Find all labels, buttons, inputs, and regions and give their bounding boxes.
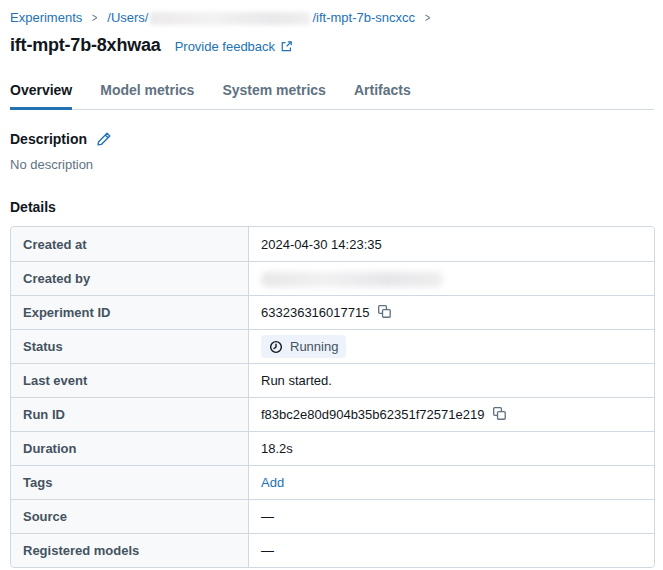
detail-value-cell: Running <box>249 329 654 363</box>
copy-button[interactable] <box>492 406 507 424</box>
tab-overview[interactable]: Overview <box>10 76 72 110</box>
breadcrumb-path-suffix: /ift-mpt-7b-sncxcc <box>312 9 415 27</box>
detail-value: 18.2s <box>261 441 293 456</box>
detail-value-cell <box>249 261 654 295</box>
table-row: Last eventRun started. <box>11 363 654 397</box>
detail-label: Tags <box>11 465 249 499</box>
table-row: Run IDf83bc2e80d904b35b62351f72571e219 <box>11 397 654 431</box>
page-title: ift-mpt-7b-8xhwaa <box>10 35 161 56</box>
tab-bar: OverviewModel metricsSystem metricsArtif… <box>10 76 654 110</box>
table-row: Created by <box>11 261 654 295</box>
detail-label: Status <box>11 329 249 363</box>
detail-label: Last event <box>11 363 249 397</box>
detail-label: Created by <box>11 261 249 295</box>
detail-value-cell: — <box>249 533 654 567</box>
external-link-icon <box>280 40 293 53</box>
detail-value-cell: 18.2s <box>249 431 654 465</box>
breadcrumb-experiments-link[interactable]: Experiments <box>10 9 82 27</box>
breadcrumb-path-prefix: /Users/ <box>107 9 148 27</box>
copy-icon <box>492 406 507 421</box>
provide-feedback-link[interactable]: Provide feedback <box>175 39 293 54</box>
description-heading: Description <box>10 131 87 147</box>
detail-label: Duration <box>11 431 249 465</box>
detail-value: 2024-04-30 14:23:35 <box>261 237 382 252</box>
clock-icon <box>269 340 283 354</box>
tab-artifacts[interactable]: Artifacts <box>354 76 411 110</box>
edit-description-button[interactable] <box>96 131 112 147</box>
breadcrumb-experiment-path-link[interactable]: /Users/ /ift-mpt-7b-sncxcc <box>107 9 415 27</box>
table-row: Source— <box>11 499 654 533</box>
detail-label: Source <box>11 499 249 533</box>
detail-value-cell: 633236316017715 <box>249 295 654 329</box>
edit-pencil-icon <box>96 131 112 147</box>
status-badge: Running <box>261 335 346 358</box>
detail-value: — <box>261 543 274 558</box>
details-table-body: Created at2024-04-30 14:23:35Created byE… <box>11 227 654 567</box>
tags-add-link[interactable]: Add <box>261 475 284 490</box>
table-row: StatusRunning <box>11 329 654 363</box>
details-heading: Details <box>10 199 654 215</box>
copy-button[interactable] <box>377 304 392 322</box>
detail-label: Run ID <box>11 397 249 431</box>
detail-value-cell: 2024-04-30 14:23:35 <box>249 227 654 261</box>
status-text: Running <box>290 339 338 354</box>
table-row: Registered models— <box>11 533 654 567</box>
breadcrumb-separator: > <box>425 9 430 27</box>
detail-value-cell: Run started. <box>249 363 654 397</box>
detail-value-cell: Add <box>249 465 654 499</box>
no-description-text: No description <box>10 157 654 172</box>
detail-value: Run started. <box>261 373 332 388</box>
detail-value: 633236316017715 <box>261 305 369 320</box>
table-row: Created at2024-04-30 14:23:35 <box>11 227 654 261</box>
breadcrumb-separator: > <box>92 9 97 27</box>
detail-value-cell: — <box>249 499 654 533</box>
detail-value-cell: f83bc2e80d904b35b62351f72571e219 <box>249 397 654 431</box>
detail-value: — <box>261 509 274 524</box>
table-row: Duration18.2s <box>11 431 654 465</box>
redacted-username-blur <box>150 12 310 25</box>
detail-value: f83bc2e80d904b35b62351f72571e219 <box>261 407 484 422</box>
tab-system-metrics[interactable]: System metrics <box>222 76 326 110</box>
copy-icon <box>377 304 392 319</box>
detail-label: Created at <box>11 227 249 261</box>
breadcrumb: Experiments > /Users/ /ift-mpt-7b-sncxcc… <box>10 9 654 27</box>
table-row: Experiment ID633236316017715 <box>11 295 654 329</box>
provide-feedback-label: Provide feedback <box>175 39 275 54</box>
details-table: Created at2024-04-30 14:23:35Created byE… <box>10 226 655 568</box>
title-row: ift-mpt-7b-8xhwaa Provide feedback <box>10 35 654 56</box>
redacted-value-blur <box>261 272 443 287</box>
table-row: TagsAdd <box>11 465 654 499</box>
run-overview-page: Experiments > /Users/ /ift-mpt-7b-sncxcc… <box>0 0 663 568</box>
detail-label: Experiment ID <box>11 295 249 329</box>
detail-label: Registered models <box>11 533 249 567</box>
description-section-header: Description <box>10 131 654 147</box>
tab-model-metrics[interactable]: Model metrics <box>100 76 194 110</box>
